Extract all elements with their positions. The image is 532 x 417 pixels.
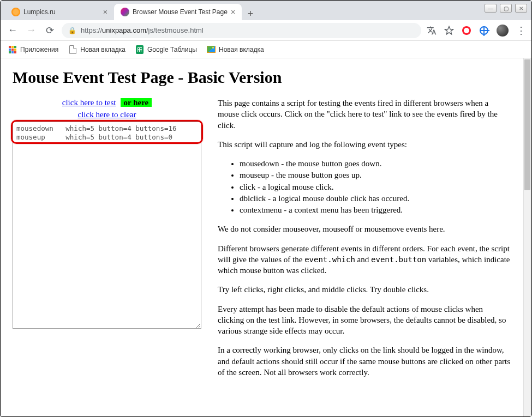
paragraph: This script will capture and log the fol…	[218, 139, 511, 150]
bookmark-star-icon[interactable]	[444, 26, 454, 35]
apps-icon	[8, 45, 17, 54]
globe-icon[interactable]	[479, 26, 489, 35]
browser-window: — ▢ ✕ Lumpics.ru × Browser Mouse Event T…	[0, 0, 532, 417]
toolbar-right-icons: ⋮	[427, 25, 526, 37]
list-item: mousedown - the mouse button goes down.	[240, 158, 511, 169]
page-content: Mouse Event Test Page - Basic Version cl…	[1, 58, 523, 408]
description-column: This page contains a script for testing …	[218, 98, 511, 386]
paragraph: In a correctly working browser, only cli…	[218, 345, 511, 378]
tab-strip: Lumpics.ru × Browser Mouse Event Test Pa…	[1, 1, 531, 20]
page-title: Mouse Event Test Page - Basic Version	[13, 68, 511, 87]
paragraph: This page contains a script for testing …	[218, 98, 511, 131]
tab-title: Browser Mouse Event Test Page	[133, 8, 228, 16]
click-to-clear-link[interactable]: click here to clear	[77, 110, 136, 119]
page-viewport: Mouse Event Test Page - Basic Version cl…	[1, 58, 531, 416]
picture-icon	[207, 45, 216, 54]
lock-icon: 🔒	[68, 27, 76, 34]
sheets-icon	[135, 45, 144, 54]
left-column: click here to test or here click here to…	[13, 98, 201, 331]
bookmarks-bar: Приложения Новая вкладка Google Таблицы …	[1, 41, 531, 58]
bookmark-new-tab-2[interactable]: Новая вкладка	[207, 45, 264, 54]
bookmark-apps[interactable]: Приложения	[8, 45, 58, 54]
scrollbar-thumb[interactable]	[524, 59, 530, 190]
menu-button[interactable]: ⋮	[516, 25, 526, 37]
scrollbar[interactable]	[523, 58, 531, 416]
event-log-textarea[interactable]	[13, 122, 201, 329]
maximize-button[interactable]: ▢	[500, 4, 512, 13]
profile-avatar[interactable]	[497, 25, 509, 37]
tab-title: Lumpics.ru	[23, 8, 56, 16]
toolbar: ← → ⟳ 🔒 https://unixpapa.com/js/testmous…	[1, 20, 531, 41]
event-types-list: mousedown - the mouse button goes down. …	[240, 158, 511, 215]
forward-button[interactable]: →	[25, 25, 38, 36]
list-item: click - a logical mouse click.	[240, 182, 511, 192]
mouse-test-favicon	[121, 8, 129, 16]
close-window-button[interactable]: ✕	[515, 4, 527, 13]
back-button[interactable]: ←	[6, 25, 19, 36]
file-icon	[68, 45, 77, 54]
list-item: contextmenu - a context menu has been tr…	[240, 204, 511, 215]
close-tab-icon[interactable]: ×	[103, 8, 107, 16]
translate-icon[interactable]	[427, 26, 437, 35]
paragraph: Different browsers generate different ev…	[218, 243, 511, 276]
window-controls: — ▢ ✕	[485, 4, 527, 13]
address-bar[interactable]: 🔒 https://unixpapa.com/js/testmouse.html	[62, 23, 421, 38]
tab-lumpics[interactable]: Lumpics.ru ×	[5, 4, 114, 20]
list-item: mouseup - the mouse button goes up.	[240, 170, 511, 180]
reload-button[interactable]: ⟳	[43, 25, 56, 37]
tab-mouse-test[interactable]: Browser Mouse Event Test Page ×	[114, 4, 242, 20]
paragraph: We do not consider mouseover, mouseoff o…	[218, 223, 511, 234]
test-links-row: click here to test or here	[13, 98, 201, 107]
paragraph: Every attempt has been made to disable t…	[218, 304, 511, 337]
new-tab-button[interactable]: +	[244, 7, 257, 20]
click-to-test-link[interactable]: click here to test	[62, 98, 116, 107]
paragraph: Try left clicks, right clicks, and middl…	[218, 284, 511, 295]
url-text: https://unixpapa.com/js/testmouse.html	[81, 26, 204, 34]
bookmark-new-tab-1[interactable]: Новая вкладка	[68, 45, 125, 54]
or-here-button[interactable]: or here	[121, 98, 152, 107]
opera-icon[interactable]	[462, 26, 471, 35]
lumpics-favicon	[11, 8, 20, 16]
minimize-button[interactable]: —	[485, 4, 497, 13]
close-tab-icon[interactable]: ×	[231, 8, 235, 16]
bookmark-google-sheets[interactable]: Google Таблицы	[135, 45, 197, 54]
list-item: dblclick - a logical mouse double click …	[240, 193, 511, 204]
